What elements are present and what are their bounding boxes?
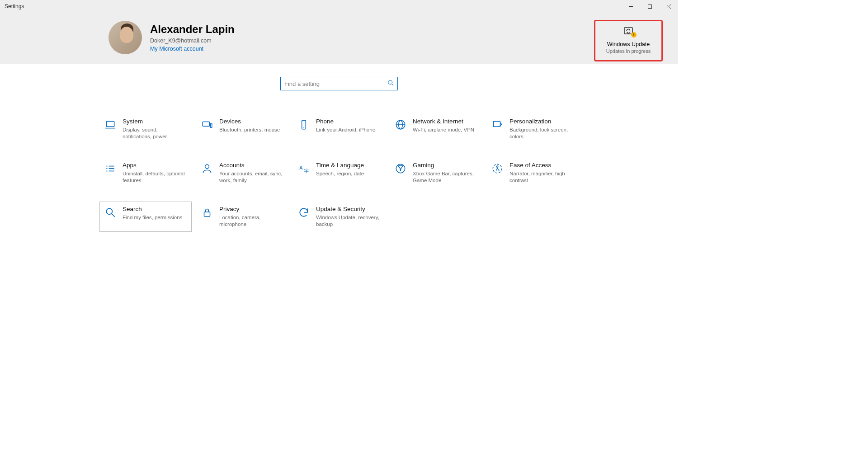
svg-line-6 (392, 84, 394, 86)
microsoft-account-link[interactable]: My Microsoft account (150, 46, 235, 52)
paint-icon (490, 119, 505, 131)
svg-point-26 (205, 164, 209, 169)
close-button[interactable] (659, 0, 678, 13)
tile-desc: Background, lock screen, colors (509, 127, 573, 140)
language-icon: A字 (296, 163, 311, 174)
svg-text:字: 字 (304, 168, 309, 174)
search-icon (387, 80, 394, 88)
tile-personalization[interactable]: PersonalizationBackground, lock screen, … (486, 114, 579, 144)
titlebar: Settings (0, 0, 678, 13)
svg-point-32 (106, 208, 112, 214)
svg-rect-10 (211, 123, 212, 128)
window-title: Settings (5, 3, 24, 9)
tile-desc: Bluetooth, printers, mouse (219, 127, 280, 133)
tile-devices[interactable]: DevicesBluetooth, printers, mouse (196, 114, 288, 144)
tile-accounts[interactable]: AccountsYour accounts, email, sync, work… (196, 158, 288, 188)
search-input[interactable] (284, 80, 387, 87)
tile-title: Update & Security (316, 206, 379, 212)
xbox-icon (393, 163, 408, 174)
tile-desc: Narrator, magnifier, high contrast (509, 170, 573, 184)
svg-rect-9 (203, 122, 209, 127)
tile-title: Accounts (219, 162, 283, 169)
tile-title: Network & Internet (413, 118, 474, 125)
tile-time-language[interactable]: A字 Time & LanguageSpeech, region, date (293, 158, 385, 188)
search-area (0, 64, 678, 97)
user-meta: Alexander Lapin Doker_K9@hotmail.com My … (150, 23, 235, 52)
tile-desc: Windows Update, recovery, backup (316, 214, 379, 228)
windows-update-tile[interactable]: ! Windows Update Updates in progress (594, 20, 663, 61)
svg-point-5 (388, 80, 392, 85)
svg-rect-7 (106, 121, 114, 127)
user-name: Alexander Lapin (150, 23, 235, 36)
tile-network[interactable]: Network & InternetWi-Fi, airplane mode, … (390, 114, 482, 144)
tile-privacy[interactable]: PrivacyLocation, camera, microphone (196, 202, 288, 232)
tile-title: Personalization (509, 118, 573, 125)
tile-title: Phone (316, 118, 375, 125)
tile-desc: Xbox Game Bar, captures, Game Mode (413, 170, 476, 184)
tile-title: Apps (123, 162, 186, 169)
tile-apps[interactable]: AppsUninstall, defaults, optional featur… (99, 158, 192, 188)
svg-rect-34 (204, 212, 210, 216)
tile-title: Privacy (219, 206, 283, 212)
tile-gaming[interactable]: GamingXbox Game Bar, captures, Game Mode (390, 158, 482, 188)
tile-desc: Link your Android, iPhone (316, 127, 375, 133)
person-icon (199, 163, 215, 174)
tile-desc: Display, sound, notifications, power (123, 127, 186, 140)
phone-icon (296, 119, 311, 131)
svg-rect-19 (493, 121, 500, 127)
user-avatar[interactable] (108, 21, 142, 54)
keyboard-icon (199, 119, 215, 131)
tile-title: Time & Language (316, 162, 364, 169)
tile-desc: Find my files, permissions (123, 214, 182, 221)
tile-desc: Wi-Fi, airplane mode, VPN (413, 127, 474, 133)
laptop-icon (103, 119, 118, 131)
update-tile-title: Windows Update (598, 41, 659, 47)
alert-badge-icon: ! (631, 32, 637, 38)
tile-ease-of-access[interactable]: Ease of AccessNarrator, magnifier, high … (486, 158, 579, 188)
tile-update-security[interactable]: Update & SecurityWindows Update, recover… (293, 202, 385, 232)
tile-system[interactable]: SystemDisplay, sound, notifications, pow… (99, 114, 192, 144)
svg-line-33 (112, 214, 115, 217)
refresh-icon (296, 207, 311, 218)
settings-grid: SystemDisplay, sound, notifications, pow… (99, 97, 579, 232)
header-band: Alexander Lapin Doker_K9@hotmail.com My … (0, 13, 678, 64)
tile-title: Search (123, 206, 182, 212)
tile-desc: Location, camera, microphone (219, 214, 283, 228)
tile-title: Gaming (413, 162, 476, 169)
tile-title: System (123, 118, 186, 125)
lock-icon (199, 207, 215, 218)
update-tile-subtitle: Updates in progress (598, 48, 659, 54)
tile-phone[interactable]: PhoneLink your Android, iPhone (293, 114, 385, 144)
svg-rect-1 (648, 5, 651, 8)
tile-title: Devices (219, 118, 280, 125)
tile-search[interactable]: SearchFind my files, permissions (99, 202, 192, 232)
window-controls (621, 0, 678, 13)
tile-title: Ease of Access (509, 162, 573, 169)
list-icon (103, 163, 118, 174)
user-email: Doker_K9@hotmail.com (150, 38, 235, 44)
svg-point-31 (496, 166, 498, 167)
svg-text:A: A (299, 165, 303, 170)
maximize-button[interactable] (640, 0, 659, 13)
content-area: SystemDisplay, sound, notifications, pow… (0, 97, 678, 232)
search-box[interactable] (280, 77, 398, 90)
tile-desc: Uninstall, defaults, optional features (123, 170, 186, 184)
globe-icon (393, 119, 408, 131)
minimize-button[interactable] (621, 0, 640, 13)
tile-desc: Speech, region, date (316, 170, 364, 177)
accessibility-icon (490, 163, 505, 174)
magnifier-icon (103, 207, 118, 218)
tile-desc: Your accounts, email, sync, work, family (219, 170, 283, 184)
